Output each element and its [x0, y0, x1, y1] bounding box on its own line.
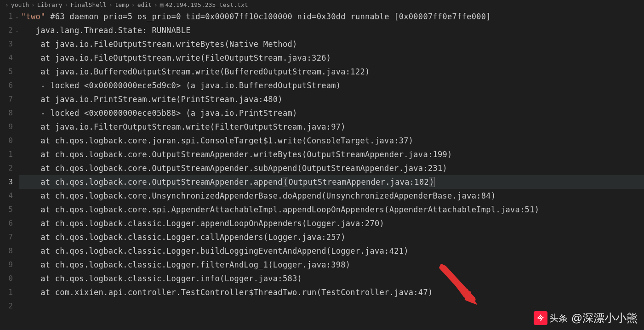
- line-number: 3: [0, 175, 13, 189]
- line-number: 1: [0, 285, 13, 299]
- code-line[interactable]: at java.io.PrintStream.write(PrintStream…: [19, 92, 644, 106]
- code-line[interactable]: at ch.qos.logback.core.UnsynchronizedApp…: [19, 189, 644, 203]
- line-number: 9: [0, 258, 13, 272]
- code-line[interactable]: java.lang.Thread.State: RUNNABLE: [19, 23, 644, 37]
- line-number: 7: [0, 230, 13, 244]
- code-line[interactable]: at ch.qos.logback.classic.Logger.callApp…: [19, 230, 644, 244]
- code-line[interactable]: at java.io.FileOutputStream.writeBytes(N…: [19, 37, 644, 51]
- chevron-right-icon: ›: [65, 1, 68, 8]
- line-number: 8: [0, 244, 13, 258]
- code-line[interactable]: at java.io.BufferedOutputStream.write(Bu…: [19, 65, 644, 79]
- line-number: 0: [0, 134, 13, 148]
- line-number: 2: [0, 299, 13, 313]
- line-number: 9: [0, 120, 13, 134]
- logo: 今 头条: [534, 311, 568, 325]
- editor[interactable]: 1⌄2⌄34567890123456789012 "two" #63 daemo…: [0, 10, 644, 329]
- chevron-right-icon: ›: [131, 1, 135, 8]
- breadcrumb-file[interactable]: 42.194.195.235_test.txt: [165, 1, 248, 8]
- watermark: 今 头条 @深漂小小熊: [534, 311, 638, 325]
- chevron-right-icon: ›: [31, 1, 35, 8]
- chevron-right-icon: ›: [154, 1, 158, 8]
- code-line[interactable]: at ch.qos.logback.core.spi.AppenderAttac…: [19, 203, 644, 216]
- line-number: 4: [0, 189, 13, 203]
- file-icon: ▤: [160, 1, 164, 8]
- code-line[interactable]: at java.io.FilterOutputStream.write(Filt…: [19, 120, 644, 134]
- line-number: 6: [0, 79, 13, 92]
- code-line[interactable]: - locked <0x00000000ece05b88> (a java.io…: [19, 106, 644, 120]
- line-number: 6: [0, 216, 13, 230]
- code-line[interactable]: at ch.qos.logback.classic.Logger.filterA…: [19, 258, 644, 272]
- code-line[interactable]: at com.xixien.api.controller.TestControl…: [19, 285, 644, 299]
- gutter: 1⌄2⌄34567890123456789012: [0, 10, 19, 329]
- code-line[interactable]: - locked <0x00000000ece5d9c0> (a java.io…: [19, 79, 644, 92]
- line-number: 5: [0, 65, 13, 79]
- line-number: 7: [0, 92, 13, 106]
- breadcrumb-item[interactable]: Library: [37, 1, 63, 8]
- line-number: 2⌄: [0, 23, 13, 37]
- code-line[interactable]: "two" #63 daemon prio=5 os_prio=0 tid=0x…: [19, 10, 644, 23]
- code-line[interactable]: at java.io.FileOutputStream.write(FileOu…: [19, 51, 644, 65]
- breadcrumb-item[interactable]: youth: [11, 1, 29, 8]
- brand-text: 头条: [549, 312, 568, 324]
- line-number: 0: [0, 272, 13, 285]
- code-area[interactable]: "two" #63 daemon prio=5 os_prio=0 tid=0x…: [19, 10, 644, 329]
- code-line[interactable]: at ch.qos.logback.classic.Logger.buildLo…: [19, 244, 644, 258]
- breadcrumb-item[interactable]: FinalShell: [70, 1, 106, 8]
- logo-icon: 今: [534, 311, 547, 325]
- line-number: 1⌄: [0, 10, 13, 23]
- line-number: 4: [0, 51, 13, 65]
- chevron-right-icon: ›: [5, 1, 9, 8]
- code-line[interactable]: at ch.qos.logback.core.joran.spi.Console…: [19, 134, 644, 148]
- code-line[interactable]: at ch.qos.logback.core.OutputStreamAppen…: [19, 161, 644, 175]
- fold-chevron-icon[interactable]: ⌄: [16, 10, 18, 23]
- chevron-right-icon: ›: [109, 1, 113, 8]
- line-number: 2: [0, 161, 13, 175]
- breadcrumb-item[interactable]: temp: [115, 1, 129, 8]
- line-number: 5: [0, 203, 13, 216]
- breadcrumb-item[interactable]: edit: [137, 1, 152, 8]
- code-line[interactable]: at ch.qos.logback.classic.Logger.info(Lo…: [19, 272, 644, 285]
- breadcrumb: › youth › Library › FinalShell › temp › …: [0, 0, 644, 10]
- code-line[interactable]: at ch.qos.logback.core.OutputStreamAppen…: [19, 148, 644, 161]
- line-number: 1: [0, 148, 13, 161]
- fold-chevron-icon[interactable]: ⌄: [16, 23, 18, 37]
- watermark-handle: @深漂小小熊: [571, 311, 638, 325]
- code-line[interactable]: at ch.qos.logback.core.OutputStreamAppen…: [19, 175, 644, 189]
- line-number: 3: [0, 37, 13, 51]
- line-number: 8: [0, 106, 13, 120]
- code-line[interactable]: at ch.qos.logback.classic.Logger.appendL…: [19, 216, 644, 230]
